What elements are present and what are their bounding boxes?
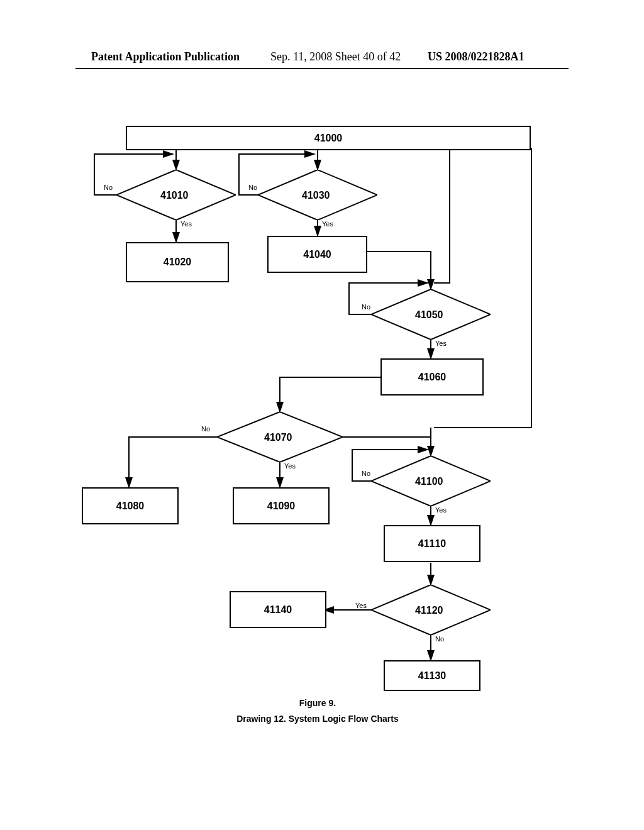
figure-number: Figure 9. — [91, 698, 544, 708]
node-label: 41040 — [303, 249, 331, 260]
node-41070 — [217, 412, 343, 462]
label-yes: Yes — [284, 462, 296, 470]
label-no: No — [362, 470, 370, 477]
node-label: 41110 — [418, 538, 447, 550]
label-yes: Yes — [180, 220, 192, 228]
header-left: Patent Application Publication — [91, 50, 240, 64]
svg-marker-11 — [258, 170, 377, 220]
label-yes: Yes — [322, 220, 333, 228]
node-41020: 41020 — [126, 242, 229, 282]
label-no: No — [435, 635, 444, 643]
node-41080: 41080 — [82, 487, 179, 524]
node-41030 — [258, 170, 377, 220]
label-yes: Yes — [355, 602, 367, 609]
header-center: Sep. 11, 2008 Sheet 40 of 42 — [270, 50, 401, 64]
node-41000: 41000 — [126, 126, 531, 150]
node-label: 41130 — [418, 670, 447, 682]
header-right: US 2008/0221828A1 — [428, 50, 525, 64]
svg-marker-12 — [371, 289, 491, 340]
node-label: 41020 — [164, 257, 192, 268]
node-41120 — [371, 585, 491, 635]
label-no: No — [248, 184, 257, 191]
node-41040: 41040 — [267, 236, 367, 273]
node-label: 41080 — [116, 501, 145, 512]
node-41060: 41060 — [380, 358, 484, 396]
node-label: 41090 — [267, 501, 296, 512]
flowchart-canvas: 41000 41010 No Yes 41030 No Yes 41020 41… — [91, 126, 544, 733]
node-41010 — [116, 170, 236, 220]
drawing-title: Drawing 12. System Logic Flow Charts — [91, 714, 544, 724]
node-41100 — [371, 456, 491, 506]
label-no: No — [201, 425, 210, 433]
node-label: 41000 — [314, 133, 343, 144]
svg-marker-10 — [116, 170, 236, 220]
node-41130: 41130 — [384, 660, 480, 691]
node-label: 41140 — [264, 604, 292, 616]
svg-marker-14 — [371, 456, 491, 506]
label-no: No — [104, 184, 113, 191]
node-41110: 41110 — [384, 525, 480, 562]
svg-marker-15 — [371, 585, 491, 635]
node-41050 — [371, 289, 491, 340]
node-41140: 41140 — [230, 591, 326, 628]
node-label: 41060 — [418, 372, 447, 383]
svg-marker-13 — [217, 412, 343, 462]
header-rule — [75, 68, 569, 69]
label-yes: Yes — [435, 340, 447, 347]
label-no: No — [362, 303, 370, 311]
node-41090: 41090 — [233, 487, 330, 524]
label-yes: Yes — [435, 506, 447, 514]
